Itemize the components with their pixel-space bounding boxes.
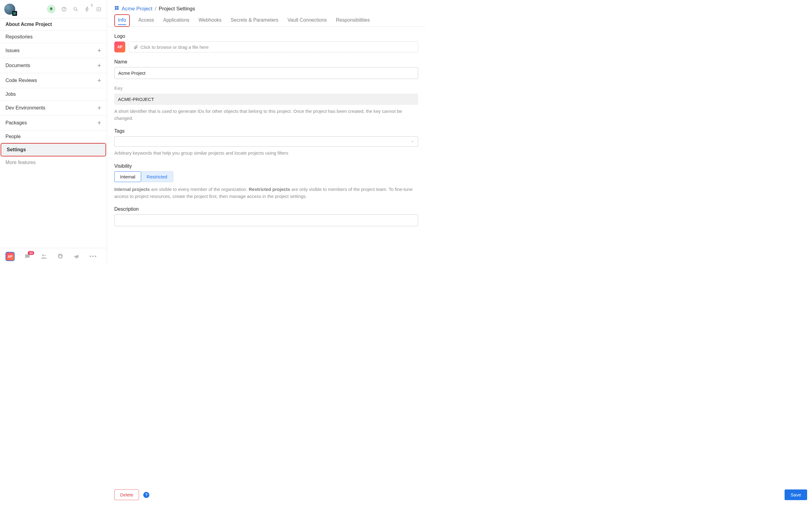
sidebar-item-issues[interactable]: Issues+	[0, 43, 107, 58]
visibility-restricted[interactable]: Restricted	[141, 171, 173, 182]
svg-point-1	[64, 10, 64, 10]
sidebar-item-label: Packages	[5, 120, 27, 126]
chat-badge: 13	[28, 251, 34, 255]
sidebar-item-settings[interactable]: Settings	[1, 143, 106, 156]
sidebar-item-label: Repositories	[5, 34, 33, 40]
tab-applications[interactable]: Applications	[163, 14, 190, 26]
plus-icon[interactable]: +	[97, 104, 101, 112]
visibility-help: Internal projects are visible to every m…	[114, 186, 418, 200]
sidebar-item-dev-environments[interactable]: Dev Environments+	[0, 101, 107, 116]
logo-label: Logo	[114, 33, 418, 39]
sidebar-header: M 5	[0, 0, 107, 18]
team-icon	[40, 253, 47, 260]
megaphone-button[interactable]	[73, 253, 80, 260]
description-label: Description	[114, 206, 418, 212]
dropzone-text: Click to browse or drag a file here	[141, 44, 209, 50]
sidebar-item-code-reviews[interactable]: Code Reviews+	[0, 73, 107, 88]
main-content: Acme Project / Project Settings Info Acc…	[107, 0, 426, 265]
bolt-icon	[84, 6, 90, 12]
team-button[interactable]	[40, 253, 47, 260]
name-input[interactable]	[114, 67, 418, 79]
breadcrumb: Acme Project / Project Settings	[107, 0, 426, 14]
bolt-count: 5	[91, 4, 93, 7]
settings-tabs: Info Access Applications Webhooks Secret…	[107, 14, 426, 27]
sidebar-item-more-features[interactable]: More features	[0, 156, 107, 169]
key-value: ACME-PROJECT	[114, 94, 418, 105]
plus-square-icon	[96, 6, 101, 12]
visibility-help-bold: Internal projects	[114, 187, 150, 192]
visibility-segment: Internal Restricted	[114, 171, 418, 182]
sidebar-item-jobs[interactable]: Jobs	[0, 88, 107, 101]
avatar-badge: M	[12, 11, 17, 16]
chevron-down-icon	[411, 140, 414, 143]
breadcrumb-separator: /	[155, 6, 157, 12]
breadcrumb-link[interactable]: Acme Project	[121, 6, 153, 12]
svg-rect-9	[117, 8, 118, 10]
add-button[interactable]	[96, 6, 102, 12]
visibility-label: Visibility	[114, 163, 418, 169]
plus-icon[interactable]: +	[97, 119, 101, 127]
plus-icon[interactable]: +	[97, 61, 101, 69]
sidebar-item-label: Code Reviews	[5, 78, 37, 83]
sidebar-item-label: Documents	[5, 63, 30, 68]
sidebar-item-label: People	[5, 134, 21, 139]
logo-tile: AP	[114, 41, 125, 52]
notifications-button[interactable]	[47, 5, 55, 13]
tab-webhooks[interactable]: Webhooks	[198, 14, 222, 26]
sidebar-item-label: Dev Environments	[5, 105, 45, 111]
svg-rect-8	[115, 8, 116, 10]
help-icon	[61, 6, 67, 12]
svg-rect-6	[115, 6, 116, 8]
tags-help: Arbitrary keywords that help you group s…	[114, 150, 418, 157]
sidebar-item-label: Jobs	[5, 92, 16, 97]
plus-icon[interactable]: +	[97, 76, 101, 85]
name-label: Name	[114, 59, 418, 65]
search-button[interactable]	[72, 6, 79, 12]
sidebar-item-label: Issues	[5, 48, 19, 53]
sidebar-footer: AP 13 •••	[0, 248, 107, 265]
plus-icon[interactable]: +	[97, 47, 101, 54]
key-help: A short identifier that is used to gener…	[114, 108, 418, 122]
gear-icon	[57, 253, 64, 260]
tab-responsibilities[interactable]: Responsibilities	[335, 14, 370, 26]
svg-point-4	[42, 255, 44, 257]
search-icon	[73, 6, 78, 12]
visibility-internal[interactable]: Internal	[114, 171, 141, 182]
bolt-button[interactable]: 5	[84, 6, 90, 12]
project-tile[interactable]: AP	[5, 252, 15, 261]
tab-info[interactable]: Info	[114, 14, 130, 27]
tab-secrets[interactable]: Secrets & Parameters	[230, 14, 279, 26]
help-button[interactable]	[61, 6, 67, 12]
tab-vault[interactable]: Vault Connections	[287, 14, 327, 26]
tags-label: Tags	[114, 128, 418, 134]
sidebar-item-packages[interactable]: Packages+	[0, 116, 107, 131]
sidebar-item-repositories[interactable]: Repositories	[0, 31, 107, 43]
svg-rect-7	[117, 6, 118, 8]
sidebar-item-label: About Acme Project	[5, 22, 52, 27]
tags-select[interactable]	[114, 136, 418, 147]
project-icon	[114, 5, 119, 12]
attach-icon	[133, 45, 138, 49]
bell-icon	[49, 7, 53, 11]
description-input[interactable]	[114, 214, 418, 226]
more-button[interactable]: •••	[90, 253, 97, 260]
breadcrumb-current: Project Settings	[159, 6, 195, 12]
tab-access[interactable]: Access	[138, 14, 155, 26]
gear-button[interactable]	[57, 253, 64, 260]
chat-button[interactable]: 13	[24, 253, 31, 260]
sidebar-item-about[interactable]: About Acme Project	[0, 18, 107, 31]
sidebar-item-label: Settings	[7, 147, 26, 153]
sidebar-item-documents[interactable]: Documents+	[0, 58, 107, 73]
avatar[interactable]: M	[4, 4, 15, 15]
sidebar: M 5 About Acme Project Repositories Issu…	[0, 0, 107, 265]
logo-dropzone[interactable]: Click to browse or drag a file here	[129, 41, 418, 52]
megaphone-icon	[73, 253, 80, 260]
visibility-help-bold: Restricted projects	[249, 187, 290, 192]
sidebar-item-label: More features	[5, 160, 36, 165]
sidebar-item-people[interactable]: People	[0, 131, 107, 143]
svg-point-5	[44, 255, 46, 256]
key-label: Key	[114, 86, 418, 91]
sidebar-nav: About Acme Project Repositories Issues+ …	[0, 18, 107, 248]
svg-point-2	[74, 7, 76, 10]
form-content: Logo AP Click to browse or drag a file h…	[107, 27, 426, 265]
